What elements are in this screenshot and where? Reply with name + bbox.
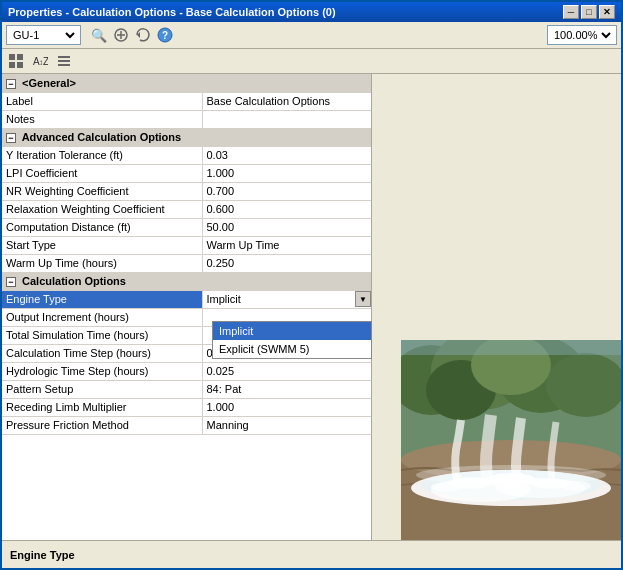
prop-name-computation-distance: Computation Distance (ft) — [2, 218, 202, 236]
search-icon[interactable]: 🔍 — [89, 25, 109, 45]
status-text: Engine Type — [10, 549, 75, 561]
row-warmup-time: Warm Up Time (hours) 0.250 — [2, 254, 371, 272]
properties-icon[interactable] — [54, 51, 74, 71]
prop-name-engine-type: Engine Type — [2, 290, 202, 308]
row-start-type: Start Type Warm Up Time — [2, 236, 371, 254]
minimize-button[interactable]: ─ — [563, 5, 579, 19]
prop-name-pressure-friction: Pressure Friction Method — [2, 416, 202, 434]
prop-name-output-increment: Output Increment (hours) — [2, 308, 202, 326]
row-notes: Notes — [2, 110, 371, 128]
properties-panel: − <General> Label Base Calculation Optio… — [2, 74, 372, 540]
collapse-general-icon[interactable]: − — [6, 79, 16, 89]
prop-name-total-sim-time: Total Simulation Time (hours) — [2, 326, 202, 344]
title-bar-buttons: ─ □ ✕ — [563, 5, 615, 19]
prop-name-label: Label — [2, 92, 202, 110]
engine-type-dropdown-arrow[interactable]: ▼ — [355, 291, 371, 307]
gu-select[interactable]: GU-1 — [9, 28, 78, 42]
advanced-section-label: Advanced Calculation Options — [22, 131, 182, 143]
section-advanced[interactable]: − Advanced Calculation Options — [2, 128, 371, 146]
prop-value-pressure-friction: Manning — [202, 416, 371, 434]
prop-name-pattern-setup: Pattern Setup — [2, 380, 202, 398]
row-relaxation: Relaxation Weighting Coefficient 0.600 — [2, 200, 371, 218]
svg-rect-9 — [17, 62, 23, 68]
maximize-button[interactable]: □ — [581, 5, 597, 19]
row-hydro-time-step: Hydrologic Time Step (hours) 0.025 — [2, 362, 371, 380]
prop-value-hydro-time-step: 0.025 — [202, 362, 371, 380]
engine-type-option-implicit[interactable]: Implicit — [213, 322, 371, 340]
prop-value-y-tolerance: 0.03 — [202, 146, 371, 164]
svg-point-33 — [431, 482, 461, 492]
sort-icon[interactable]: A ↕ Z — [30, 51, 50, 71]
svg-rect-7 — [17, 54, 23, 60]
svg-rect-8 — [9, 62, 15, 68]
engine-type-option-explicit[interactable]: Explicit (SWMM 5) — [213, 340, 371, 358]
engine-type-dropdown-cell[interactable]: Implicit ▼ — [203, 291, 372, 307]
prop-value-engine-type[interactable]: Implicit ▼ — [202, 290, 371, 308]
collapse-calculation-icon[interactable]: − — [6, 277, 16, 287]
right-panel — [372, 74, 621, 540]
categorize-icon[interactable] — [6, 51, 26, 71]
main-content: − <General> Label Base Calculation Optio… — [2, 74, 621, 540]
prop-name-y-tolerance: Y Iteration Tolerance (ft) — [2, 146, 202, 164]
svg-rect-23 — [401, 340, 621, 355]
prop-value-nr-weighting: 0.700 — [202, 182, 371, 200]
zoom-select[interactable]: 100.00% — [550, 28, 614, 42]
engine-type-popup: Implicit Explicit (SWMM 5) — [212, 321, 372, 359]
row-pressure-friction: Pressure Friction Method Manning — [2, 416, 371, 434]
row-lpi: LPI Coefficient 1.000 — [2, 164, 371, 182]
calculation-section-label: Calculation Options — [22, 275, 126, 287]
title-bar: Properties - Calculation Options - Base … — [2, 2, 621, 22]
prop-name-lpi: LPI Coefficient — [2, 164, 202, 182]
row-nr-weighting: NR Weighting Coefficient 0.700 — [2, 182, 371, 200]
svg-text:Z: Z — [43, 56, 48, 67]
prop-name-nr-weighting: NR Weighting Coefficient — [2, 182, 202, 200]
prop-value-receding-limb: 1.000 — [202, 398, 371, 416]
prop-value-label: Base Calculation Options — [202, 92, 371, 110]
row-y-tolerance: Y Iteration Tolerance (ft) 0.03 — [2, 146, 371, 164]
section-calculation[interactable]: − Calculation Options — [2, 272, 371, 290]
gu-combo[interactable]: GU-1 — [6, 25, 81, 45]
toolbar-icons: 🔍 ? — [89, 25, 175, 45]
general-section-label: <General> — [22, 77, 76, 89]
row-computation-distance: Computation Distance (ft) 50.00 — [2, 218, 371, 236]
section-general[interactable]: − <General> — [2, 74, 371, 92]
svg-rect-6 — [9, 54, 15, 60]
prop-name-hydro-time-step: Hydrologic Time Step (hours) — [2, 362, 202, 380]
prop-value-start-type: Warm Up Time — [202, 236, 371, 254]
close-button[interactable]: ✕ — [599, 5, 615, 19]
waterfall-svg — [401, 340, 621, 540]
window-title: Properties - Calculation Options - Base … — [8, 6, 336, 18]
properties-table: − <General> Label Base Calculation Optio… — [2, 74, 371, 435]
zoom-combo[interactable]: 100.00% — [547, 25, 617, 45]
prop-value-computation-distance: 50.00 — [202, 218, 371, 236]
prop-value-relaxation: 0.600 — [202, 200, 371, 218]
collapse-advanced-icon[interactable]: − — [6, 133, 16, 143]
prop-name-notes: Notes — [2, 110, 202, 128]
prop-name-calc-time-step: Calculation Time Step (hours) — [2, 344, 202, 362]
help-icon[interactable]: ? — [155, 25, 175, 45]
svg-rect-15 — [58, 64, 70, 66]
svg-point-35 — [416, 465, 606, 485]
prop-name-warmup-time: Warm Up Time (hours) — [2, 254, 202, 272]
prop-value-pattern-setup: 84: Pat — [202, 380, 371, 398]
toolbar: GU-1 🔍 ? 100.00% — [2, 22, 621, 49]
engine-type-value: Implicit — [203, 293, 241, 305]
waterfall-image — [401, 340, 621, 540]
svg-rect-14 — [58, 60, 70, 62]
prop-name-receding-limb: Receding Limb Multiplier — [2, 398, 202, 416]
second-toolbar: A ↕ Z — [2, 49, 621, 74]
row-engine-type[interactable]: Engine Type Implicit ▼ — [2, 290, 371, 308]
refresh-icon[interactable] — [133, 25, 153, 45]
add-icon[interactable] — [111, 25, 131, 45]
svg-text:?: ? — [162, 30, 168, 41]
main-window: Properties - Calculation Options - Base … — [0, 0, 623, 570]
svg-rect-13 — [58, 56, 70, 58]
row-receding-limb: Receding Limb Multiplier 1.000 — [2, 398, 371, 416]
row-label: Label Base Calculation Options — [2, 92, 371, 110]
prop-value-warmup-time: 0.250 — [202, 254, 371, 272]
prop-value-lpi: 1.000 — [202, 164, 371, 182]
row-pattern-setup: Pattern Setup 84: Pat — [2, 380, 371, 398]
prop-value-notes — [202, 110, 371, 128]
prop-name-start-type: Start Type — [2, 236, 202, 254]
prop-name-relaxation: Relaxation Weighting Coefficient — [2, 200, 202, 218]
